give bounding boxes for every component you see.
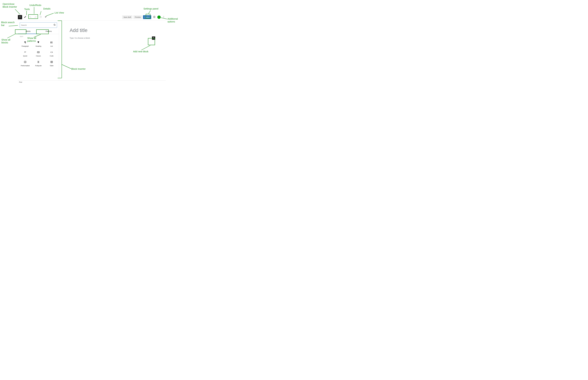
block-classic[interactable]: Classic (32, 49, 45, 58)
close-icon (19, 16, 21, 19)
svg-point-6 (54, 24, 55, 25)
default-block-appender[interactable]: Type / to choose a block (70, 37, 90, 39)
block-pullquote[interactable]: Pullquote (32, 59, 45, 68)
sidebar-settings-icon (153, 16, 155, 19)
svg-line-24 (148, 11, 151, 14)
details-button[interactable] (38, 15, 43, 19)
jetpack-button[interactable] (157, 16, 161, 19)
annotation-label: Settings panel (143, 7, 158, 10)
kebab-icon (163, 16, 165, 19)
breadcrumb-item[interactable]: Post (19, 81, 22, 83)
add-block-button[interactable] (152, 37, 155, 40)
settings-panel-button[interactable] (152, 15, 156, 19)
svg-rect-8 (37, 52, 39, 53)
svg-rect-9 (24, 61, 26, 63)
search-input[interactable] (21, 24, 53, 26)
save-draft-button[interactable]: Save draft (122, 15, 133, 19)
block-table[interactable]: Table (45, 59, 58, 68)
code-icon (50, 51, 53, 54)
annotation-label: Additional options (168, 18, 178, 23)
toolbar-left-group (18, 15, 48, 19)
publish-button[interactable]: Publish (143, 15, 151, 19)
svg-line-21 (7, 34, 15, 38)
svg-point-3 (164, 16, 164, 16)
block-list[interactable]: List (45, 39, 58, 48)
more-options-button[interactable] (162, 15, 166, 19)
block-quote[interactable]: Quote (19, 49, 32, 58)
block-inserter-panel: Blocks Patterns TEXT Paragraph Heading L… (18, 20, 59, 80)
annotation-label: List View (55, 11, 64, 14)
block-grid: Paragraph Heading List Quote Classic Cod… (18, 38, 59, 69)
annotation-label: Add new block (133, 50, 148, 53)
svg-rect-10 (38, 62, 39, 62)
block-label: Pullquote (35, 65, 41, 67)
list-view-icon (45, 16, 47, 19)
annotation-label: Block Inserter (71, 68, 86, 70)
block-breadcrumb: Post (18, 80, 166, 84)
first-block-row: Type / to choose a block (70, 37, 155, 40)
block-label: Preformatted (21, 65, 30, 67)
plus-icon (152, 37, 155, 39)
block-label: Heading (36, 45, 41, 47)
toggle-block-inserter-button[interactable] (18, 15, 22, 19)
tab-patterns[interactable]: Patterns (38, 29, 59, 34)
undo-icon (29, 16, 32, 19)
annotation-label: Tools (24, 8, 30, 11)
inserter-tabs: Blocks Patterns (18, 29, 59, 34)
quote-icon (24, 51, 27, 54)
block-search-bar (20, 22, 57, 28)
svg-point-5 (164, 18, 164, 18)
annotation-label: Details (43, 7, 50, 10)
table-icon (50, 60, 53, 63)
classic-icon (37, 51, 40, 54)
tab-blocks[interactable]: Blocks (18, 29, 38, 34)
block-preformatted[interactable]: Preformatted (19, 59, 32, 68)
block-label: Code (50, 55, 53, 57)
annotation-label: Open/close Block Inserter (2, 2, 17, 8)
block-code[interactable]: Code (45, 49, 58, 58)
svg-rect-2 (153, 16, 155, 18)
search-wrap (18, 20, 59, 29)
block-label: Quote (23, 55, 27, 57)
annotation-label: Block search bar (1, 21, 15, 27)
category-label: TEXT (18, 34, 59, 38)
redo-icon (34, 16, 37, 19)
paragraph-icon (24, 41, 27, 44)
heading-icon (37, 41, 40, 44)
block-label: Paragraph (22, 45, 29, 47)
preview-button[interactable]: Preview (133, 15, 142, 19)
list-icon (50, 41, 53, 44)
info-icon (39, 16, 42, 19)
post-title-input[interactable]: Add title (70, 27, 155, 33)
block-label: List (50, 45, 53, 47)
edit-icon (24, 16, 26, 19)
editor-canvas: Add title Type / to choose a block (59, 20, 166, 80)
toolbar-right-group: Save draft Preview Publish (122, 15, 166, 19)
undo-button[interactable] (28, 15, 33, 19)
svg-point-7 (51, 42, 51, 42)
svg-point-4 (164, 17, 164, 17)
block-label: Classic (36, 55, 41, 57)
svg-line-15 (15, 9, 20, 14)
block-label: Table (50, 65, 53, 67)
annotation-label: Show all blocks (1, 38, 10, 44)
tools-button[interactable] (23, 15, 27, 19)
annotation-label: Show all patterns (27, 37, 36, 42)
list-view-button[interactable] (44, 15, 48, 19)
search-icon (53, 24, 56, 26)
annotation-label: Undo/Redo (29, 4, 41, 7)
redo-button[interactable] (33, 15, 38, 19)
editor-top-toolbar: Save draft Preview Publish (18, 14, 166, 20)
pullquote-icon (37, 60, 40, 63)
preformatted-icon (24, 60, 27, 63)
